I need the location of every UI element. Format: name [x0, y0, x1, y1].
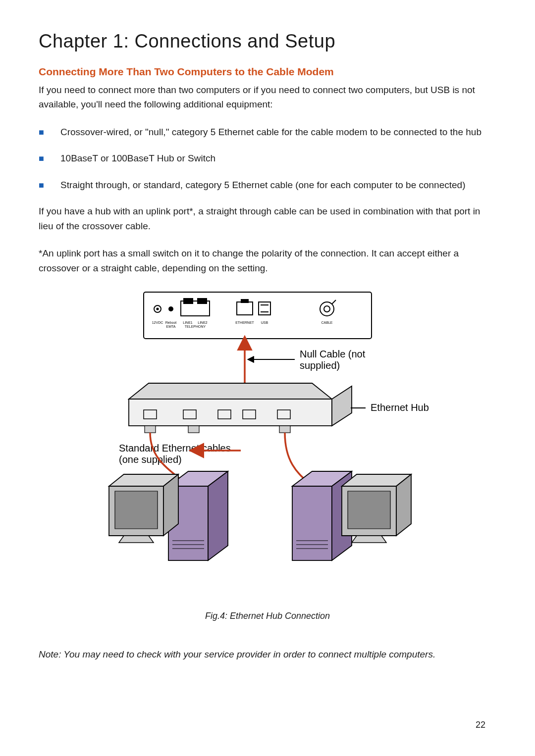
svg-rect-0	[144, 292, 372, 339]
null-cable-label: Null Cable (not	[300, 349, 366, 359]
chapter-title: Chapter 1: Connections and Setup	[39, 31, 496, 52]
modem-icon: 12VDC Reboot EMTA LINE1 LINE2 TELEPHONY …	[144, 292, 372, 339]
svg-rect-6	[197, 298, 207, 304]
footnote-paragraph: *An uplink port has a small switch on it…	[39, 246, 496, 275]
port-label: CABLE	[321, 321, 333, 324]
page: Chapter 1: Connections and Setup Connect…	[0, 0, 535, 756]
computer-right-icon	[292, 471, 411, 560]
list-item: 10BaseT or 100BaseT Hub or Switch	[39, 151, 496, 165]
svg-rect-39	[292, 486, 332, 560]
port-label: EMTA	[166, 325, 176, 328]
computer-left-icon	[109, 471, 228, 560]
svg-rect-7	[237, 302, 253, 315]
std-cable-label2: (one supplied)	[119, 454, 182, 465]
figure: 12VDC Reboot EMTA LINE1 LINE2 TELEPHONY …	[39, 288, 496, 621]
svg-rect-17	[129, 399, 332, 426]
svg-marker-18	[332, 386, 352, 426]
svg-marker-38	[119, 536, 154, 543]
ethernet-hub-icon	[129, 383, 352, 433]
svg-marker-48	[348, 491, 390, 529]
page-number: 22	[476, 720, 485, 730]
port-label: LINE1	[183, 321, 193, 324]
svg-rect-9	[259, 302, 270, 315]
list-item: Straight through, or standard, category …	[39, 178, 496, 192]
section-title: Connecting More Than Two Computers to th…	[39, 66, 496, 78]
intro-paragraph: If you need to connect more than two com…	[39, 83, 496, 112]
ethernet-hub-label: Ethernet Hub	[371, 402, 429, 413]
port-label: 12VDC	[152, 321, 163, 324]
port-label: USB	[261, 321, 268, 324]
ethernet-hub-diagram: 12VDC Reboot EMTA LINE1 LINE2 TELEPHONY …	[94, 288, 441, 595]
null-cable-label2: supplied)	[300, 360, 340, 371]
svg-marker-30	[208, 471, 228, 560]
svg-rect-25	[188, 426, 199, 433]
uplink-paragraph: If you have a hub with an uplink port*, …	[39, 204, 496, 233]
port-label: LINE2	[198, 321, 208, 324]
figure-caption: Fig.4: Ethernet Hub Connection	[205, 611, 330, 621]
std-cable-label: Standard Ethernet cables	[119, 443, 231, 454]
svg-rect-5	[183, 298, 193, 304]
port-label: Reboot	[165, 321, 177, 324]
port-label: TELEPHONY	[185, 325, 206, 328]
svg-marker-49	[352, 536, 386, 543]
svg-rect-24	[145, 426, 156, 433]
svg-point-3	[168, 306, 173, 311]
list-item: Crossover-wired, or "null," category 5 E…	[39, 125, 496, 139]
svg-point-2	[156, 307, 159, 310]
svg-marker-37	[115, 491, 158, 529]
port-label: ETHERNET	[235, 321, 254, 324]
svg-marker-16	[129, 383, 332, 399]
svg-rect-8	[241, 299, 249, 303]
equipment-list: Crossover-wired, or "null," category 5 E…	[39, 125, 496, 192]
note: Note: You may need to check with your se…	[39, 649, 496, 660]
svg-rect-26	[279, 426, 290, 433]
